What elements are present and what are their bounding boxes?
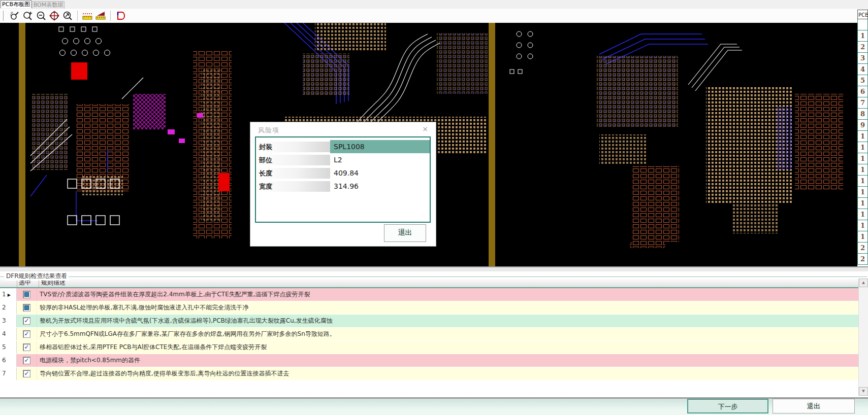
zoom-window-icon[interactable] [22, 10, 34, 22]
scroll-down-icon[interactable]: ▼ [859, 387, 868, 396]
row-header-cell: 5 [0, 341, 17, 354]
field-value[interactable]: 314.96 [330, 180, 430, 193]
layer-number: 2 [860, 244, 865, 252]
scroll-up-icon[interactable]: ▲ [859, 279, 868, 287]
board-edge-rail-center [489, 23, 495, 266]
rule-checkbox[interactable] [23, 304, 30, 312]
dialog-title: 风险项 [258, 126, 279, 135]
table-row[interactable]: 1▶ TVS管/介质滤波器等陶瓷器件组装在厚度超出2.4mm单板上,由于CTE失… [0, 288, 858, 301]
measure-distance-icon[interactable] [81, 10, 93, 22]
layer-number: 1 [860, 32, 865, 40]
row-header-cell: 6 [0, 354, 17, 367]
layer-number: 1 [860, 222, 865, 229]
layer-row[interactable]: 3 [857, 53, 868, 64]
layer-row[interactable]: 1 [857, 187, 868, 198]
close-icon[interactable]: × [422, 125, 428, 133]
dfr-results-panel: DFR规则检查结果查看 选中 规则描述 1▶ TVS管/介质滤波器等陶瓷器件组装… [0, 271, 868, 397]
layer-row[interactable]: 1 [857, 142, 868, 153]
toolbar-separator [110, 11, 111, 21]
layer-number: 1 [860, 233, 865, 240]
selected-cell [17, 341, 37, 354]
layer-row[interactable]: 1 [857, 131, 868, 142]
exit-button[interactable]: 退出 [773, 399, 855, 413]
tab-pcb-layout[interactable]: PCB布板图 [1, 0, 31, 8]
highlighted-component-center [218, 173, 230, 191]
rule-checkbox[interactable] [23, 330, 30, 338]
row-number: 2 [2, 304, 6, 311]
toolbar-separator [77, 11, 78, 21]
next-step-button[interactable]: 下一步 [687, 399, 768, 413]
layer-number: 3 [860, 54, 865, 62]
dialog-exit-button[interactable]: 退出 [384, 224, 426, 242]
selected-cell [17, 315, 37, 327]
footer-bar: 下一步 退出 [0, 399, 868, 415]
layer-row[interactable]: 9 [857, 120, 868, 131]
current-row-marker: ▶ [8, 293, 11, 297]
risk-fields-box: 封装 SPL1008 部位 L2 长度 409.84 宽度 314.96 [255, 136, 431, 223]
rule-description: 整机为开放式环境且应用环境中含硫气氛(下水道,含硫保温棉等),PCB绿油塞孔出现… [37, 315, 858, 327]
layer-row[interactable]: 7 [857, 97, 868, 109]
rule-checkbox[interactable] [23, 317, 30, 325]
layer-row[interactable]: 1 [857, 176, 868, 187]
table-row[interactable]: 2 较厚的非HASL处理的单板,塞孔不满,微蚀时腐蚀液进入孔中不能完全清洗干净 [0, 301, 858, 315]
table-scrollbar[interactable]: ▲ ▼ [858, 279, 868, 396]
layer-number: 1 [860, 177, 865, 185]
layer-row[interactable]: 1 [857, 198, 868, 209]
layer-row[interactable]: 1 [857, 209, 868, 220]
layer-row[interactable]: 1 [857, 231, 868, 243]
row-header-cell: 1▶ [0, 288, 17, 301]
toolbar-grip[interactable] [3, 11, 5, 21]
layer-row[interactable]: 1 [857, 30, 868, 42]
measure-layer-icon[interactable] [94, 10, 107, 22]
rule-description: 较厚的非HASL处理的单板,塞孔不满,微蚀时腐蚀液进入孔中不能完全清洗干净 [37, 301, 858, 314]
rule-checkbox[interactable] [23, 343, 30, 351]
zoom-crosshair-icon[interactable] [48, 10, 60, 22]
probe-select-icon[interactable] [9, 10, 21, 22]
rule-checkbox[interactable] [23, 291, 30, 298]
layer-number: 4 [860, 65, 865, 73]
rule-checkbox[interactable] [23, 370, 30, 377]
tab-bom-data[interactable]: BOM表数据 [32, 1, 65, 9]
rule-description: 尺寸小于6.5mmQFN或LGA存在多厂家兼容,某厂家存在多余的焊盘,钢网用在另… [37, 328, 858, 340]
layer-row[interactable]: 2 [857, 254, 868, 265]
layer-row[interactable]: 2 [857, 243, 868, 254]
table-row[interactable]: 6 电源模块，禁pitch<0.85mm的器件 [0, 354, 858, 367]
rule-description: 电源模块，禁pitch<0.85mm的器件 [37, 354, 858, 367]
layer-row[interactable]: 5 [857, 75, 868, 86]
groupbox-border [0, 276, 4, 277]
layer-row[interactable]: 6 [857, 86, 868, 97]
rule-description: 导向销位置不合理,超过连接器的导向精度,使得单板变形后,离导向柱远的位置连接器插… [37, 367, 858, 380]
layer-number: 8 [860, 110, 865, 118]
header-description: 规则描述 [39, 279, 858, 287]
table-row[interactable]: 7 导向销位置不合理,超过连接器的导向精度,使得单板变形后,离导向柱远的位置连接… [0, 367, 858, 381]
layer-number: 1 [860, 144, 865, 151]
layer-row[interactable]: 2 [857, 42, 868, 53]
layer-row[interactable] [857, 19, 868, 30]
row-number: 4 [2, 330, 6, 337]
board-outline-icon[interactable] [114, 10, 126, 22]
table-row[interactable]: 4 尺寸小于6.5mmQFN或LGA存在多厂家兼容,某厂家存在多余的焊盘,钢网用… [0, 328, 858, 341]
rule-description: TVS管/介质滤波器等陶瓷器件组装在厚度超出2.4mm单板上,由于CTE失配严重… [37, 288, 858, 301]
groupbox-title: DFR规则检查结果查看 [5, 272, 69, 281]
field-label: 封装 [256, 142, 330, 152]
selected-cell [17, 354, 37, 367]
table-row[interactable]: 5 移相器铝腔体过长,采用PTFE PCB与Al腔体CTE失配,在温循条件下焊点… [0, 341, 858, 354]
layer-row[interactable]: 1 [857, 220, 868, 231]
field-value[interactable]: L2 [330, 153, 430, 166]
rule-checkbox[interactable] [23, 357, 30, 364]
application-window: PCB布板图 BOM表数据 [0, 0, 868, 415]
layer-number: 1 [860, 211, 865, 218]
layer-row[interactable]: 1 [857, 164, 868, 176]
field-value[interactable]: 409.84 [330, 166, 430, 180]
field-label: 长度 [256, 168, 330, 179]
layer-row[interactable]: 8 [857, 109, 868, 120]
zoom-out-icon[interactable] [35, 10, 47, 22]
layer-row[interactable]: 1 [857, 153, 868, 164]
table-row[interactable]: 3 整机为开放式环境且应用环境中含硫气氛(下水道,含硫保温棉等),PCB绿油塞孔… [0, 315, 858, 328]
layer-row[interactable]: 4 [857, 64, 868, 75]
zoom-pan-icon[interactable] [61, 10, 74, 22]
row-number: 6 [2, 357, 6, 364]
layer-number: 1 [860, 166, 865, 174]
field-value[interactable]: SPL1008 [330, 140, 430, 153]
layer-panel: PCB 1 2 3 4 5 6 7 8 9 1 [857, 10, 868, 267]
